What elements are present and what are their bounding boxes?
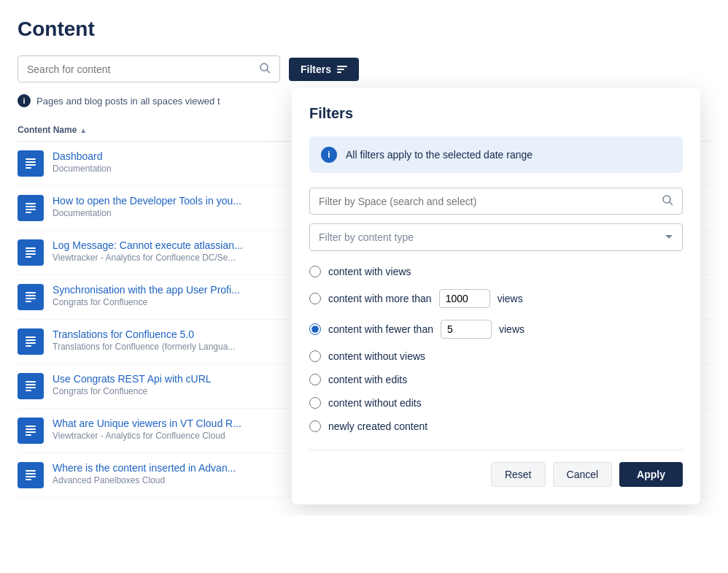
svg-rect-2 — [26, 158, 36, 160]
svg-rect-4 — [26, 164, 36, 166]
filter-info-bar: i All filters apply to the selected date… — [309, 136, 683, 173]
filter-views-suffix: views — [499, 323, 524, 335]
filter-radio-with-views[interactable] — [309, 266, 321, 277]
filter-radio-more-than[interactable] — [309, 293, 321, 304]
svg-rect-22 — [26, 381, 36, 382]
filters-button-label: Filters — [301, 64, 331, 75]
svg-rect-20 — [26, 342, 36, 344]
svg-rect-9 — [26, 212, 31, 213]
svg-rect-8 — [26, 209, 36, 210]
svg-rect-18 — [26, 337, 36, 338]
svg-rect-7 — [26, 206, 36, 207]
info-bar-text: Pages and blog posts in all spaces viewe… — [36, 96, 220, 107]
content-type-icon — [18, 239, 44, 266]
filter-lines-icon — [337, 66, 347, 73]
filter-radio-fewer-than[interactable] — [309, 323, 321, 335]
filter-fewer-than-input[interactable] — [441, 320, 492, 339]
content-type-icon — [18, 418, 44, 444]
apply-button[interactable]: Apply — [619, 462, 683, 487]
svg-rect-12 — [26, 253, 36, 255]
sort-icon[interactable]: ▲ — [80, 126, 87, 134]
svg-rect-33 — [26, 479, 31, 480]
svg-line-35 — [670, 202, 673, 205]
svg-rect-6 — [26, 203, 36, 204]
svg-rect-29 — [26, 434, 31, 436]
filter-option-label: content with more than — [328, 293, 432, 304]
filter-option-label: content with edits — [328, 374, 407, 385]
filter-panel-title: Filters — [309, 105, 683, 122]
svg-rect-16 — [26, 298, 36, 299]
svg-rect-27 — [26, 428, 36, 430]
content-type-icon — [18, 328, 44, 355]
content-item-name[interactable]: How to open the Developer Tools in you..… — [53, 195, 308, 207]
filter-option-label: newly created content — [328, 420, 427, 432]
svg-rect-15 — [26, 295, 36, 296]
svg-rect-10 — [26, 247, 36, 249]
page-title: Content — [18, 18, 710, 41]
content-item-name[interactable]: Log Message: Cannot execute atlassian... — [53, 239, 308, 251]
content-item-name[interactable]: Dashboard — [53, 150, 308, 162]
reset-button[interactable]: Reset — [491, 462, 546, 487]
content-type-icon — [18, 462, 44, 488]
column-name-label: Content Name — [18, 125, 77, 135]
filter-option-label: content without edits — [328, 397, 422, 409]
svg-rect-3 — [26, 161, 36, 163]
search-box — [18, 55, 280, 82]
filter-more-than-input[interactable] — [439, 289, 490, 308]
search-icon — [259, 62, 271, 76]
svg-rect-21 — [26, 345, 31, 347]
svg-rect-26 — [26, 426, 36, 427]
svg-rect-5 — [26, 167, 31, 169]
svg-rect-30 — [26, 470, 36, 472]
filter-radio-with-edits[interactable] — [309, 374, 321, 385]
content-item-name[interactable]: Use Congrats REST Api with cURL — [53, 373, 308, 385]
filter-space-search-box — [309, 188, 683, 215]
svg-rect-32 — [26, 476, 36, 477]
svg-rect-17 — [26, 301, 31, 302]
filter-radio-without-edits[interactable] — [309, 397, 321, 409]
page-container: Content Filters i Pages and blog posts i… — [0, 0, 728, 515]
filter-radio-without-views[interactable] — [309, 350, 321, 362]
filter-option-without-views[interactable]: content without views — [309, 350, 683, 362]
filter-option-fewer-than[interactable]: content with fewer than views — [309, 320, 683, 339]
content-item-name[interactable]: Synchronisation with the app User Profi.… — [53, 284, 308, 296]
filter-footer: Reset Cancel Apply — [309, 450, 683, 487]
content-item-name[interactable]: What are Unique viewers in VT Cloud R... — [53, 418, 308, 429]
svg-rect-24 — [26, 387, 36, 388]
search-input[interactable] — [27, 64, 259, 75]
filter-options: content with views content with more tha… — [309, 266, 683, 432]
search-row: Filters — [18, 55, 710, 82]
content-item-name[interactable]: Translations for Confluence 5.0 — [53, 328, 308, 340]
filter-option-label: content without views — [328, 350, 425, 362]
svg-rect-14 — [26, 292, 36, 293]
svg-rect-25 — [26, 390, 31, 391]
svg-rect-28 — [26, 431, 36, 433]
svg-line-1 — [267, 70, 270, 73]
filter-radio-newly-created[interactable] — [309, 420, 321, 432]
filter-option-newly-created[interactable]: newly created content — [309, 420, 683, 432]
filter-space-search-icon — [662, 194, 673, 208]
content-type-icon — [18, 195, 44, 221]
filter-info-text: All filters apply to the selected date r… — [346, 149, 533, 161]
content-item-name[interactable]: Where is the content inserted in Advan..… — [53, 462, 308, 474]
filter-views-suffix: views — [497, 293, 523, 304]
info-icon: i — [18, 94, 31, 107]
filter-option-label: content with fewer than — [328, 323, 433, 335]
filter-option-without-edits[interactable]: content without edits — [309, 397, 683, 409]
content-type-icon — [18, 284, 44, 310]
filter-panel: Filters i All filters apply to the selec… — [292, 88, 700, 504]
filter-option-with-edits[interactable]: content with edits — [309, 374, 683, 385]
svg-rect-23 — [26, 384, 36, 385]
content-type-icon — [18, 373, 44, 399]
filter-info-icon: i — [321, 147, 337, 163]
filters-button[interactable]: Filters — [289, 58, 359, 81]
filter-content-type-select[interactable]: Filter by content type — [309, 223, 683, 251]
filter-option-label: content with views — [328, 266, 411, 277]
filter-option-more-than[interactable]: content with more than views — [309, 289, 683, 308]
svg-rect-19 — [26, 339, 36, 341]
content-type-icon — [18, 150, 44, 177]
cancel-button[interactable]: Cancel — [553, 462, 613, 487]
svg-rect-31 — [26, 473, 36, 474]
filter-option-with-views[interactable]: content with views — [309, 266, 683, 277]
filter-space-search-input[interactable] — [319, 196, 662, 207]
